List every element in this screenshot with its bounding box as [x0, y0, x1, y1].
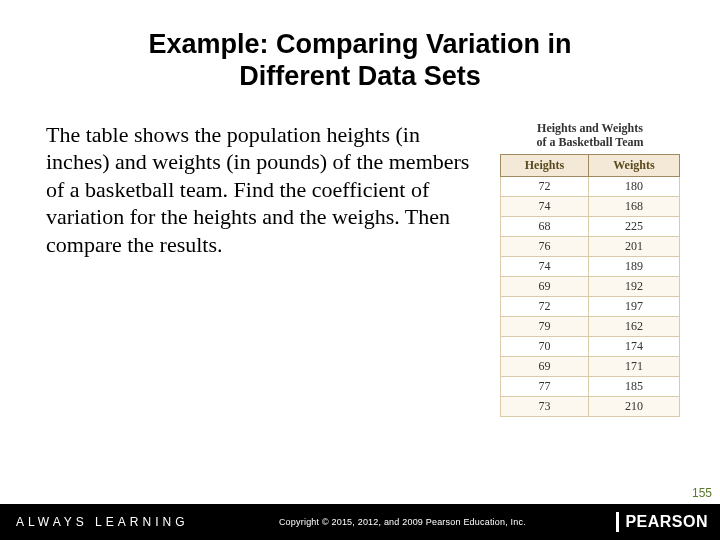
table-body: 7218074168682257620174189691927219779162… — [501, 176, 680, 416]
table-caption-line-2: of a Basketball Team — [536, 135, 643, 149]
slide-title: Example: Comparing Variation in Differen… — [0, 0, 720, 93]
cell-height: 76 — [501, 236, 589, 256]
title-line-1: Example: Comparing Variation in — [148, 29, 571, 59]
content-row: The table shows the population heights (… — [0, 93, 720, 417]
footer-bar: ALWAYS LEARNING Copyright © 2015, 2012, … — [0, 504, 720, 540]
cell-weight: 162 — [588, 316, 679, 336]
pearson-bar-icon — [616, 512, 619, 532]
cell-weight: 210 — [588, 396, 679, 416]
data-table-container: Heights and Weights of a Basketball Team… — [500, 121, 680, 417]
cell-weight: 225 — [588, 216, 679, 236]
table-row: 70174 — [501, 336, 680, 356]
cell-height: 73 — [501, 396, 589, 416]
cell-weight: 185 — [588, 376, 679, 396]
col-heights: Heights — [501, 154, 589, 176]
table-row: 79162 — [501, 316, 680, 336]
table-row: 74189 — [501, 256, 680, 276]
pearson-brand-text: PEARSON — [625, 513, 708, 531]
cell-height: 69 — [501, 356, 589, 376]
cell-height: 70 — [501, 336, 589, 356]
table-row: 69171 — [501, 356, 680, 376]
body-paragraph: The table shows the population heights (… — [46, 121, 476, 417]
cell-height: 77 — [501, 376, 589, 396]
table-caption-line-1: Heights and Weights — [537, 121, 643, 135]
cell-height: 69 — [501, 276, 589, 296]
table-caption: Heights and Weights of a Basketball Team — [500, 121, 680, 150]
table-row: 74168 — [501, 196, 680, 216]
cell-weight: 168 — [588, 196, 679, 216]
cell-weight: 201 — [588, 236, 679, 256]
cell-weight: 180 — [588, 176, 679, 196]
col-weights: Weights — [588, 154, 679, 176]
cell-weight: 174 — [588, 336, 679, 356]
cell-height: 72 — [501, 296, 589, 316]
title-line-2: Different Data Sets — [239, 61, 481, 91]
cell-weight: 171 — [588, 356, 679, 376]
table-row: 72180 — [501, 176, 680, 196]
table-row: 73210 — [501, 396, 680, 416]
cell-weight: 197 — [588, 296, 679, 316]
cell-height: 74 — [501, 196, 589, 216]
cell-weight: 189 — [588, 256, 679, 276]
cell-height: 68 — [501, 216, 589, 236]
heights-weights-table: Heights Weights 721807416868225762017418… — [500, 154, 680, 417]
pearson-logo: PEARSON — [616, 512, 720, 532]
copyright-text: Copyright © 2015, 2012, and 2009 Pearson… — [188, 517, 616, 527]
cell-height: 72 — [501, 176, 589, 196]
table-row: 69192 — [501, 276, 680, 296]
page-number: 155 — [692, 486, 712, 500]
table-row: 76201 — [501, 236, 680, 256]
cell-weight: 192 — [588, 276, 679, 296]
always-learning-text: ALWAYS LEARNING — [0, 515, 188, 529]
table-row: 68225 — [501, 216, 680, 236]
table-row: 72197 — [501, 296, 680, 316]
table-header-row: Heights Weights — [501, 154, 680, 176]
cell-height: 74 — [501, 256, 589, 276]
table-row: 77185 — [501, 376, 680, 396]
cell-height: 79 — [501, 316, 589, 336]
